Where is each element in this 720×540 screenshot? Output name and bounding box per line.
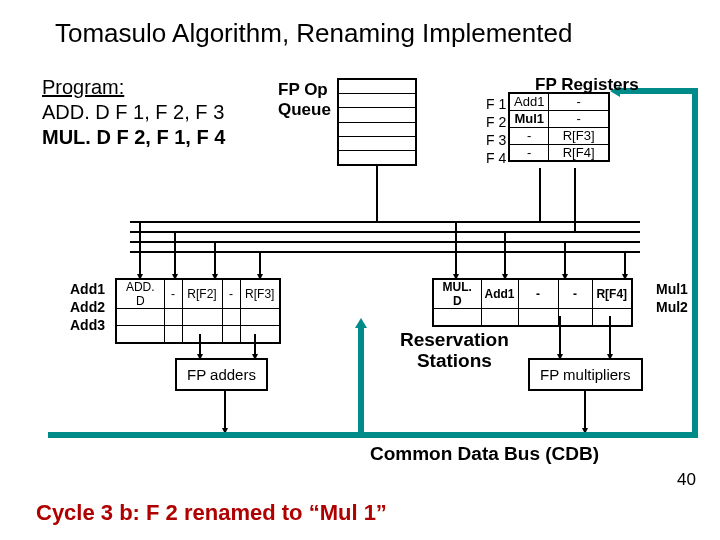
fp-register-labels: F 1 F 2 F 3 F 4 — [486, 95, 506, 167]
svg-marker-33 — [222, 428, 228, 434]
op-queue — [337, 78, 417, 166]
mul-reservation-stations: MUL. D Add1 - - R[F4] — [432, 278, 633, 327]
program-line-2: MUL. D F 2, F 1, F 4 — [42, 125, 225, 150]
add-reservation-stations: ADD. D - R[F2] - R[F3] — [115, 278, 281, 344]
program-heading: Program: — [42, 75, 225, 100]
table-row: Add1- — [509, 93, 609, 110]
table-row — [116, 326, 280, 343]
table-row: -R[F3] — [509, 127, 609, 144]
svg-rect-36 — [692, 88, 698, 438]
cdb-label: Common Data Bus (CDB) — [370, 443, 599, 465]
table-row: Mul1- — [509, 110, 609, 127]
program-listing: Program: ADD. D F 1, F 2, F 3 MUL. D F 2… — [42, 75, 225, 150]
page-title: Tomasulo Algorithm, Renaming Implemented — [55, 18, 572, 49]
op-queue-label: FP Op Queue — [278, 80, 331, 120]
table-row: -R[F4] — [509, 144, 609, 161]
add-rs-labels: Add1 Add2 Add3 — [70, 280, 105, 334]
svg-marker-40 — [355, 318, 367, 328]
page-number: 40 — [677, 470, 696, 490]
svg-rect-39 — [358, 325, 364, 435]
mul-rs-labels: Mul1 Mul2 — [656, 280, 688, 316]
fp-registers-table: Add1- Mul1- -R[F3] -R[F4] — [508, 92, 610, 162]
table-row: ADD. D - R[F2] - R[F3] — [116, 279, 280, 309]
cycle-caption: Cycle 3 b: F 2 renamed to “Mul 1” — [36, 500, 387, 526]
fp-multipliers-unit: FP multipliers — [528, 358, 643, 391]
table-row — [116, 309, 280, 326]
svg-marker-34 — [582, 428, 588, 434]
fp-adders-unit: FP adders — [175, 358, 268, 391]
table-row: MUL. D Add1 - - R[F4] — [433, 279, 632, 309]
table-row — [433, 309, 632, 326]
svg-rect-35 — [48, 432, 698, 438]
reservation-stations-label: Reservation Stations — [400, 330, 509, 372]
program-line-1: ADD. D F 1, F 2, F 3 — [42, 100, 225, 125]
